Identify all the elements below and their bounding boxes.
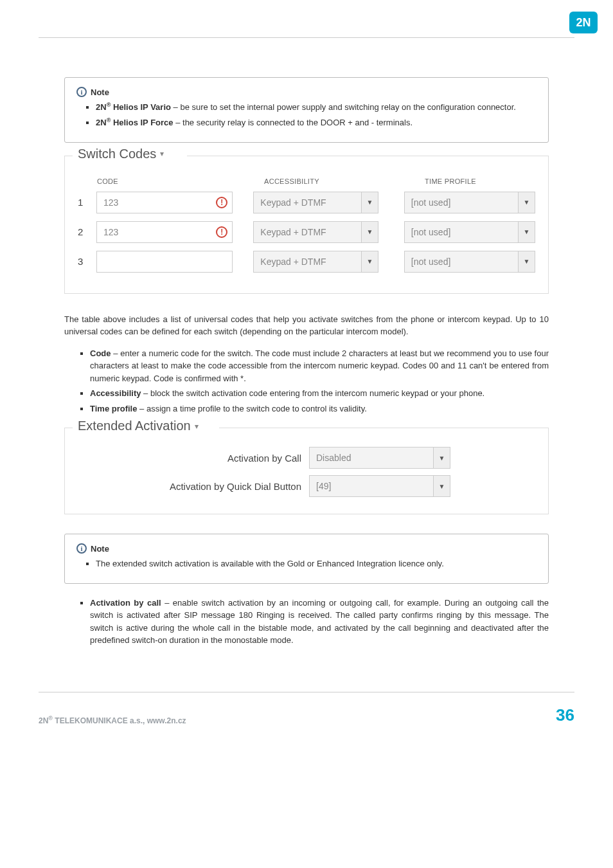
note-title: Note <box>91 544 109 554</box>
codes-description: The table above includes a list of unive… <box>64 313 549 338</box>
note1-item-0: 2N® Helios IP Vario – be sure to set the… <box>96 101 537 114</box>
accessibility-select[interactable]: Keypad + DTMF▼ <box>253 251 378 273</box>
chevron-down-icon: ▼ <box>361 192 378 213</box>
desc-item-code: Code – enter a numeric code for the swit… <box>90 347 549 385</box>
warning-icon: ! <box>216 197 227 208</box>
footer-text: 2N® TELEKOMUNIKACE a.s., www.2n.cz <box>39 715 186 725</box>
activation-by-call-select[interactable]: Disabled▼ <box>309 447 450 469</box>
activation-by-quick-dial-select[interactable]: [49]▼ <box>309 475 450 497</box>
note-box-1: i Note 2N® Helios IP Vario – be sure to … <box>64 77 549 143</box>
code-row-1: 1 ! Keypad + DTMF▼ [not used]▼ <box>78 192 535 213</box>
warning-icon: ! <box>216 226 227 238</box>
chevron-down-icon: ▼ <box>433 448 450 468</box>
chevron-down-icon: ▼ <box>433 476 450 496</box>
codes-header-row: CODE ACCESSIBILITY TIME PROFILE <box>97 177 535 185</box>
row-index: 3 <box>78 256 96 267</box>
activation-by-call-label: Activation by Call <box>78 453 309 464</box>
chevron-down-icon: ▼ <box>518 222 535 242</box>
col-header-time-profile: TIME PROFILE <box>425 177 476 185</box>
desc-item-accessibility: Accessibility – block the switch activat… <box>90 387 549 400</box>
time-profile-select[interactable]: [not used]▼ <box>404 192 535 213</box>
chevron-down-icon: ▼ <box>361 251 378 272</box>
extended-activation-title[interactable]: Extended Activation ▾ <box>74 419 202 433</box>
note-box-2: i Note The extended switch activation is… <box>64 534 549 584</box>
time-profile-select[interactable]: [not used]▼ <box>404 221 535 243</box>
chevron-down-icon: ▼ <box>361 222 378 242</box>
code-input[interactable] <box>96 221 233 243</box>
code-input[interactable] <box>96 251 233 273</box>
extended-activation-panel: Extended Activation ▾ Activation by Call… <box>64 428 549 514</box>
accessibility-select[interactable]: Keypad + DTMF▼ <box>253 221 378 243</box>
note-title: Note <box>91 87 109 97</box>
info-icon: i <box>76 543 87 554</box>
desc-item-activation-by-call: Activation by call – enable switch activ… <box>90 597 549 647</box>
chevron-down-icon: ▾ <box>195 422 199 431</box>
chevron-down-icon: ▾ <box>160 149 164 158</box>
accessibility-select[interactable]: Keypad + DTMF▼ <box>253 192 378 213</box>
code-input[interactable] <box>96 192 233 213</box>
note2-item: The extended switch activation is availa… <box>96 557 537 570</box>
chevron-down-icon: ▼ <box>518 251 535 272</box>
switch-codes-title[interactable]: Switch Codes ▾ <box>74 147 168 161</box>
info-icon: i <box>76 87 87 97</box>
col-header-accessibility: ACCESSIBILITY <box>264 177 425 185</box>
note1-item-1: 2N® Helios IP Force – the security relay… <box>96 116 537 129</box>
code-row-2: 2 ! Keypad + DTMF▼ [not used]▼ <box>78 221 535 243</box>
page-number: 36 <box>556 705 574 725</box>
code-row-3: 3 Keypad + DTMF▼ [not used]▼ <box>78 251 535 273</box>
desc-item-time-profile: Time profile – assign a time profile to … <box>90 402 549 415</box>
col-header-code: CODE <box>97 177 264 185</box>
row-index: 1 <box>78 197 96 208</box>
time-profile-select[interactable]: [not used]▼ <box>404 251 535 273</box>
switch-codes-panel: Switch Codes ▾ CODE ACCESSIBILITY TIME P… <box>64 156 549 294</box>
row-index: 2 <box>78 226 96 237</box>
brand-logo: 2N <box>569 12 598 33</box>
chevron-down-icon: ▼ <box>518 192 535 213</box>
activation-by-quick-dial-label: Activation by Quick Dial Button <box>78 481 309 492</box>
svg-text:2N: 2N <box>576 16 591 29</box>
